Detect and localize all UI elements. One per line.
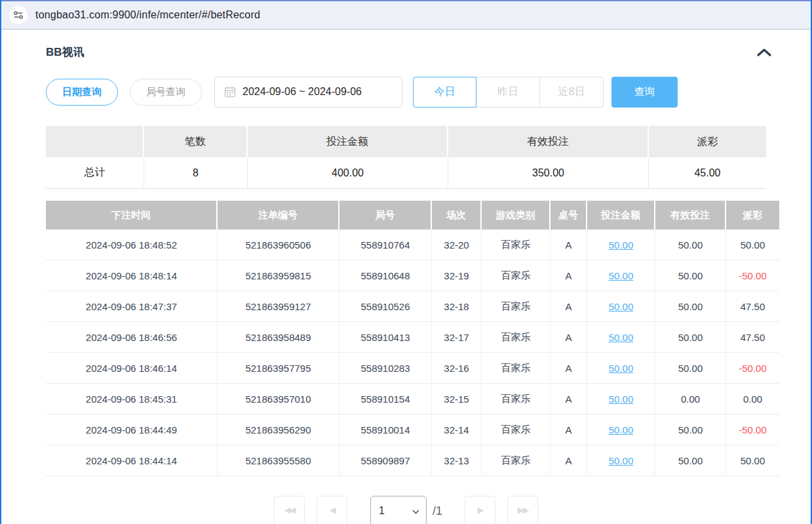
table-row: 2024-09-06 18:47:37521863959127558910526…	[46, 291, 779, 322]
bet-amount-link[interactable]: 50.00	[609, 393, 634, 405]
order-cell: 521863955580	[218, 445, 339, 476]
table-row: 2024-09-06 18:44:49521863956290558910014…	[46, 414, 779, 445]
page-title: BB视讯	[46, 45, 85, 60]
valid-cell: 50.00	[655, 445, 726, 476]
session-cell: 32-15	[432, 384, 482, 414]
summary-row-label: 总计	[46, 157, 144, 189]
summary-table: 笔数投注金额有效投注派彩 总计8400.00350.0045.00	[46, 126, 766, 189]
bet-table-header-cell: 派彩	[726, 201, 779, 230]
table-row: 2024-09-06 18:48:52521863960506558910764…	[46, 230, 779, 260]
summary-value: 8	[144, 157, 248, 189]
last-page-button[interactable]: ▶▶	[507, 496, 538, 524]
url-text[interactable]: tongbao31.com:9900/infe/mcenter/#/betRec…	[35, 9, 260, 21]
first-page-icon: ◀◀	[284, 505, 294, 515]
order-cell: 521863958489	[218, 322, 339, 353]
bet-amount-link[interactable]: 50.00	[609, 270, 634, 281]
date-range-value: 2024-09-06 ~ 2024-09-06	[242, 86, 362, 98]
time-cell: 2024-09-06 18:48:52	[46, 230, 218, 260]
payout-cell: -50.00	[726, 260, 779, 291]
payout-cell: 50.00	[726, 445, 779, 476]
bet-amount-link[interactable]: 50.00	[609, 239, 634, 251]
bet-table-header-cell: 桌号	[551, 201, 587, 230]
bet-amount-cell: 50.00	[587, 230, 655, 260]
last-8-days-button[interactable]: 近8日	[540, 77, 604, 108]
first-page-button[interactable]: ◀◀	[274, 496, 305, 524]
yesterday-button[interactable]: 昨日	[476, 77, 540, 108]
time-cell: 2024-09-06 18:45:31	[46, 384, 218, 414]
table-cell: A	[551, 291, 587, 322]
bet-amount-link[interactable]: 50.00	[609, 301, 634, 312]
page-select[interactable]: 1	[370, 496, 427, 524]
payout-cell: 0.00	[726, 384, 779, 414]
today-button[interactable]: 今日	[413, 77, 476, 108]
session-cell: 32-19	[432, 260, 482, 291]
time-cell: 2024-09-06 18:46:56	[46, 322, 218, 353]
bet-amount-cell: 50.00	[587, 291, 655, 322]
bet-amount-cell: 50.00	[587, 384, 655, 414]
session-cell: 32-13	[432, 445, 482, 476]
bet-table-header-cell: 有效投注	[655, 201, 726, 230]
round-cell: 558910283	[339, 353, 432, 384]
valid-cell: 50.00	[655, 322, 726, 353]
bet-table-header-cell: 投注金额	[587, 201, 655, 230]
bet-table-header-cell: 游戏类别	[482, 201, 551, 230]
date-range-input[interactable]: 2024-09-06 ~ 2024-09-06	[214, 77, 402, 108]
game-cell: 百家乐	[482, 322, 551, 353]
bet-amount-cell: 50.00	[587, 260, 655, 291]
bet-table-body: 2024-09-06 18:48:52521863960506558910764…	[46, 230, 779, 476]
bet-amount-link[interactable]: 50.00	[609, 332, 634, 343]
payout-cell: -50.00	[726, 414, 779, 445]
valid-cell: 50.00	[655, 414, 726, 445]
round-cell: 558910014	[339, 414, 432, 445]
valid-cell: 50.00	[655, 291, 726, 322]
round-query-tab[interactable]: 局号查询	[130, 79, 202, 106]
search-button[interactable]: 查询	[611, 77, 678, 108]
session-cell: 32-20	[432, 230, 482, 260]
time-cell: 2024-09-06 18:46:14	[46, 353, 218, 384]
table-cell: A	[551, 322, 587, 353]
game-cell: 百家乐	[482, 291, 551, 322]
bet-table-head-row: 下注时间注单编号局号场次游戏类别桌号投注金额有效投注派彩	[46, 201, 779, 230]
bet-table-header-cell: 下注时间	[46, 201, 218, 230]
game-cell: 百家乐	[482, 384, 551, 414]
payout-cell: 47.50	[726, 291, 779, 322]
bet-table-header-cell: 局号	[339, 201, 432, 230]
pagination: ◀◀ ◀ 1 /1 ▶ ▶▶	[1, 496, 811, 524]
session-cell: 32-14	[432, 414, 482, 445]
order-cell: 521863957795	[218, 353, 339, 384]
order-cell: 521863957010	[218, 384, 339, 414]
summary-header-cell	[46, 126, 144, 157]
collapse-panel-button[interactable]	[756, 47, 773, 58]
time-cell: 2024-09-06 18:44:49	[46, 414, 218, 445]
panel-title-row: BB视讯	[46, 45, 811, 60]
table-cell: A	[551, 230, 587, 260]
bet-amount-link[interactable]: 50.00	[609, 424, 634, 435]
chevron-down-icon	[412, 505, 419, 517]
browser-window: tongbao31.com:9900/infe/mcenter/#/betRec…	[0, 0, 812, 524]
session-cell: 32-16	[432, 353, 482, 384]
time-cell: 2024-09-06 18:48:14	[46, 260, 218, 291]
summary-header-cell: 投注金额	[248, 126, 448, 157]
table-cell: A	[551, 445, 587, 476]
payout-cell: 50.00	[726, 230, 779, 260]
time-cell: 2024-09-06 18:44:14	[46, 445, 218, 476]
game-cell: 百家乐	[482, 353, 551, 384]
bet-record-page: BB视讯 日期查询 局号查询	[1, 45, 811, 524]
date-query-tab[interactable]: 日期查询	[46, 79, 118, 106]
bet-table-header-cell: 注单编号	[218, 201, 339, 230]
bet-amount-link[interactable]: 50.00	[609, 363, 634, 374]
bet-record-table: 下注时间注单编号局号场次游戏类别桌号投注金额有效投注派彩 2024-09-06 …	[46, 201, 779, 476]
page-select-value: 1	[379, 505, 385, 517]
next-page-button[interactable]: ▶	[465, 496, 495, 524]
quick-range-group: 今日 昨日 近8日	[413, 77, 604, 108]
site-settings-icon[interactable]	[9, 6, 28, 24]
table-row: 2024-09-06 18:44:14521863955580558909897…	[46, 445, 779, 476]
round-cell: 558909897	[339, 445, 432, 476]
browser-url-bar[interactable]: tongbao31.com:9900/infe/mcenter/#/betRec…	[1, 0, 811, 30]
prev-page-button[interactable]: ◀	[317, 496, 347, 524]
table-cell: A	[551, 384, 587, 414]
bet-amount-link[interactable]: 50.00	[609, 455, 634, 466]
order-cell: 521863960506	[218, 230, 339, 260]
game-cell: 百家乐	[482, 445, 551, 476]
bet-amount-cell: 50.00	[587, 353, 655, 384]
